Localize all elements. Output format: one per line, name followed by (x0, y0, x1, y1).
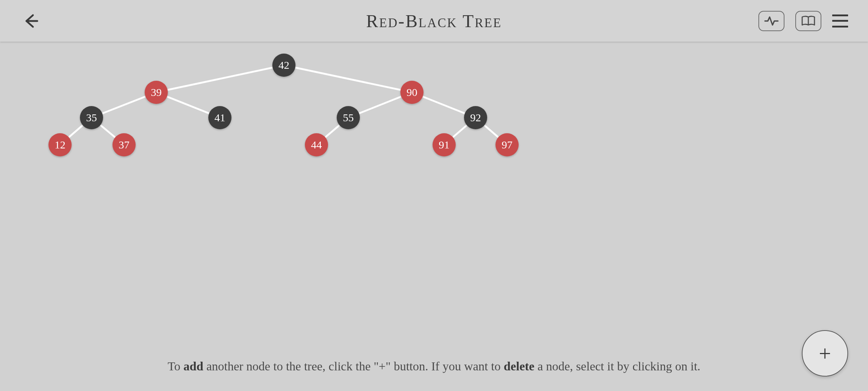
hint-prefix: To (167, 360, 183, 373)
hint-mid: another node to the tree, click the "+" … (203, 360, 504, 373)
hamburger-line (832, 26, 848, 28)
hint-text: To add another node to the tree, click t… (95, 358, 773, 375)
hint-suffix: a node, select it by clicking on it. (535, 360, 701, 373)
menu-button[interactable] (832, 14, 848, 28)
tree-node[interactable]: 91 (433, 133, 456, 156)
plus-icon: + (819, 341, 831, 366)
header: Red-Black Tree (0, 0, 868, 42)
tree-edges (0, 42, 868, 391)
arrow-left-icon (23, 13, 39, 29)
tree-edge (284, 65, 412, 92)
tree-node[interactable]: 90 (400, 81, 424, 104)
tree-edge (156, 65, 284, 92)
tree-canvas: To add another node to the tree, click t… (0, 42, 868, 391)
back-button[interactable] (22, 12, 40, 30)
tree-node[interactable]: 44 (305, 133, 328, 156)
tree-node[interactable]: 55 (337, 106, 360, 129)
page-title: Red-Black Tree (366, 10, 502, 31)
header-actions (758, 11, 848, 31)
tree-node[interactable]: 92 (464, 106, 487, 129)
tree-node[interactable]: 42 (272, 54, 295, 77)
activity-button[interactable] (758, 11, 784, 31)
tree-node[interactable]: 37 (112, 133, 136, 156)
hint-bold-add: add (183, 360, 203, 373)
tree-node[interactable]: 97 (495, 133, 519, 156)
tree-node[interactable]: 12 (48, 133, 72, 156)
reference-button[interactable] (795, 11, 821, 31)
add-node-button[interactable]: + (802, 330, 848, 377)
book-icon (801, 16, 816, 26)
hamburger-line (832, 14, 848, 16)
tree-node[interactable]: 41 (208, 106, 231, 129)
activity-icon (764, 16, 779, 26)
hamburger-line (832, 20, 848, 22)
tree-node[interactable]: 39 (145, 81, 168, 104)
hint-bold-delete: delete (504, 360, 535, 373)
tree-node[interactable]: 35 (80, 106, 103, 129)
